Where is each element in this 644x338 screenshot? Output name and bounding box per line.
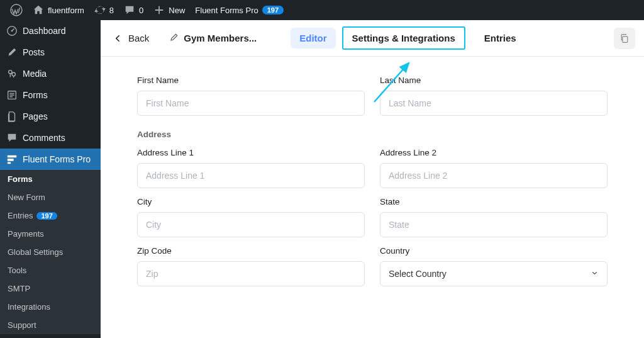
- sidebar-item-label: Comments: [23, 133, 65, 143]
- tabs-bar: Back Gym Members... Editor Settings & In…: [101, 20, 644, 57]
- updates-link[interactable]: 8: [89, 0, 119, 20]
- sidebar-submenu: Forms New Form Entries197 Payments Globa…: [0, 170, 101, 334]
- label-first-name: First Name: [137, 76, 365, 85]
- sidebar-item-label: Forms: [23, 90, 48, 100]
- new-link[interactable]: New: [148, 0, 190, 20]
- sidebar-item-comments[interactable]: Comments: [0, 127, 101, 149]
- tabs: Editor Settings & Integrations Entries: [291, 26, 525, 50]
- sidebar: Dashboard Posts Media Forms Pages Commen…: [0, 20, 101, 338]
- form-area: First Name Last Name Address Address Lin…: [101, 57, 644, 308]
- sidebar-item-pages[interactable]: Pages: [0, 106, 101, 127]
- updates-count: 8: [109, 6, 114, 15]
- copy-icon: [619, 33, 630, 43]
- admin-bar: fluentform 8 0 New Fluent Forms Pro 197: [0, 0, 644, 20]
- sub-item-label: Payments: [8, 229, 44, 239]
- site-link[interactable]: fluentform: [28, 0, 89, 20]
- state-input[interactable]: [380, 212, 608, 237]
- svg-rect-5: [8, 159, 14, 161]
- svg-point-2: [11, 30, 13, 32]
- sub-item-label: New Form: [8, 193, 45, 202]
- addr2-input[interactable]: [380, 163, 608, 188]
- plugin-name: Fluent Forms Pro: [195, 6, 258, 15]
- site-name: fluentform: [48, 6, 84, 15]
- label-last-name: Last Name: [380, 76, 608, 85]
- first-name-input[interactable]: [137, 91, 365, 116]
- label-state: State: [380, 197, 608, 206]
- sub-item-label: Entries: [8, 211, 33, 220]
- sub-item-label: Global Settings: [8, 247, 63, 257]
- sidebar-item-dashboard[interactable]: Dashboard: [0, 20, 101, 42]
- sub-item-label: Forms: [8, 174, 33, 184]
- sub-item-label: SMTP: [8, 284, 30, 293]
- label-city: City: [137, 197, 365, 206]
- zip-input[interactable]: [137, 261, 365, 286]
- entries-badge: 197: [36, 212, 57, 220]
- tab-label: Editor: [299, 33, 326, 43]
- main-content: Back Gym Members... Editor Settings & In…: [101, 20, 644, 338]
- form-name[interactable]: Gym Members...: [160, 33, 265, 44]
- plugin-link[interactable]: Fluent Forms Pro 197: [190, 0, 289, 20]
- label-zip: Zip Code: [137, 246, 365, 256]
- sidebar-item-media[interactable]: Media: [0, 63, 101, 84]
- country-select[interactable]: Select Country: [380, 261, 608, 286]
- pencil-icon: [169, 33, 179, 44]
- sidebar-item-label: Posts: [23, 47, 45, 57]
- plugin-badge: 197: [262, 6, 284, 14]
- sub-item-label: Integrations: [8, 302, 50, 312]
- sidebar-item-label: Dashboard: [23, 26, 66, 36]
- svg-rect-4: [8, 155, 16, 158]
- sub-item-payments[interactable]: Payments: [0, 225, 101, 243]
- new-label: New: [169, 6, 185, 15]
- sub-item-global-settings[interactable]: Global Settings: [0, 243, 101, 261]
- wp-logo[interactable]: [5, 0, 28, 20]
- label-country: Country: [380, 246, 608, 256]
- city-input[interactable]: [137, 212, 365, 237]
- sidebar-item-label: Fluent Forms Pro: [23, 154, 91, 164]
- tab-editor[interactable]: Editor: [291, 28, 335, 48]
- label-addr2: Address Line 2: [380, 148, 608, 157]
- sub-item-label: Support: [8, 320, 36, 330]
- sidebar-item-label: Pages: [23, 111, 48, 121]
- sidebar-item-fluent-forms[interactable]: Fluent Forms Pro: [0, 149, 101, 170]
- comments-count: 0: [139, 6, 143, 15]
- addr1-input[interactable]: [137, 163, 365, 188]
- form-name-text: Gym Members...: [184, 33, 257, 43]
- svg-rect-6: [8, 162, 11, 164]
- comments-link[interactable]: 0: [119, 0, 148, 20]
- sub-item-tools[interactable]: Tools: [0, 261, 101, 279]
- copy-button[interactable]: [614, 28, 635, 49]
- sub-item-forms[interactable]: Forms: [0, 170, 101, 188]
- sub-item-label: Tools: [8, 266, 26, 275]
- last-name-input[interactable]: [380, 91, 608, 116]
- sub-item-support[interactable]: Support: [0, 316, 101, 334]
- label-addr1: Address Line 1: [137, 148, 365, 157]
- tab-label: Entries: [484, 33, 516, 43]
- sub-item-integrations[interactable]: Integrations: [0, 298, 101, 316]
- tab-label: Settings & Integrations: [352, 33, 455, 43]
- sidebar-item-posts[interactable]: Posts: [0, 42, 101, 63]
- sub-item-smtp[interactable]: SMTP: [0, 279, 101, 298]
- sidebar-item-label: Media: [23, 69, 47, 79]
- address-section-label: Address: [137, 130, 608, 139]
- back-button[interactable]: Back: [113, 33, 160, 43]
- tab-entries[interactable]: Entries: [475, 28, 525, 48]
- svg-rect-7: [623, 36, 628, 42]
- sidebar-item-forms[interactable]: Forms: [0, 84, 101, 106]
- arrow-left-icon: [113, 33, 123, 43]
- sub-item-entries[interactable]: Entries197: [0, 206, 101, 225]
- tab-settings[interactable]: Settings & Integrations: [342, 26, 465, 50]
- back-label: Back: [128, 33, 149, 43]
- sub-item-new-form[interactable]: New Form: [0, 188, 101, 206]
